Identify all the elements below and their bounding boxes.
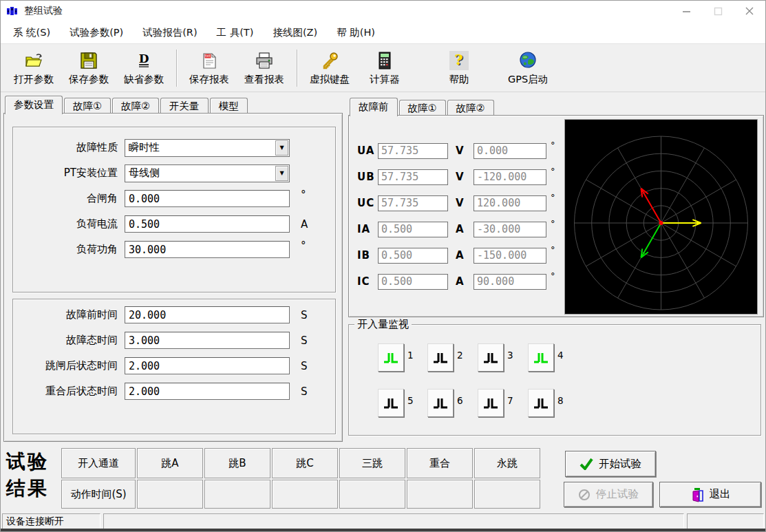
- help-button[interactable]: ? ? 帮助: [432, 47, 487, 89]
- post-trip-time-input[interactable]: [125, 357, 290, 374]
- menu-test-params[interactable]: 试验参数(P): [63, 23, 130, 43]
- tab-prefault[interactable]: 故障前: [350, 98, 398, 116]
- ic-unit: A: [456, 275, 465, 288]
- printer-icon: [255, 51, 274, 70]
- load-power-angle-input[interactable]: [125, 241, 290, 258]
- default-params-button[interactable]: D 缺省参数: [116, 47, 171, 89]
- gps-start-button[interactable]: GPS启动: [500, 47, 555, 89]
- di-switch-3[interactable]: 3: [478, 343, 513, 372]
- tab-fault-1[interactable]: 故障①: [64, 98, 111, 114]
- status-message: [103, 513, 684, 530]
- results-header-channel: 开入通道: [61, 448, 136, 478]
- tab-fault-2[interactable]: 故障②: [112, 98, 159, 114]
- results-header-three-trip: 三跳: [339, 448, 405, 478]
- di-switch-8[interactable]: 8: [528, 389, 564, 417]
- load-power-angle-label: 负荷功角: [16, 243, 118, 256]
- ic-angle-input[interactable]: [474, 274, 546, 290]
- results-header-trip-a: 跳A: [137, 448, 203, 478]
- chevron-down-icon[interactable]: ▼: [275, 166, 288, 181]
- ic-magnitude-input[interactable]: [378, 274, 448, 290]
- tab-prefault-fault-2[interactable]: 故障②: [447, 100, 494, 116]
- close-angle-input[interactable]: [125, 190, 290, 207]
- ia-label: IA: [357, 223, 378, 235]
- save-report-button[interactable]: txt 保存报表: [182, 47, 237, 89]
- results-header-reclose: 重合: [407, 448, 473, 478]
- ib-angle-input[interactable]: [474, 248, 546, 264]
- di-switch-4[interactable]: 4: [528, 343, 564, 372]
- monitor-title: 开入量监视: [354, 318, 412, 331]
- uc-label: UC: [357, 197, 378, 209]
- di-switch-7[interactable]: 7: [478, 389, 513, 417]
- menu-tools[interactable]: 工 具(T): [210, 23, 261, 43]
- window-title: 整组试验: [24, 5, 63, 17]
- uc-magnitude-input[interactable]: [378, 195, 448, 211]
- right-tabs: 故障前 故障① 故障②: [350, 97, 496, 116]
- results-value-trip-c: [272, 480, 338, 509]
- stop-test-button[interactable]: 停止试验: [564, 482, 653, 507]
- minimize-button[interactable]: [670, 1, 702, 21]
- tab-prefault-fault-1[interactable]: 故障①: [399, 100, 446, 116]
- ub-angle-input[interactable]: [474, 169, 546, 185]
- close-button[interactable]: [734, 1, 765, 21]
- close-angle-unit: °: [301, 189, 313, 201]
- di-switch-6[interactable]: 6: [427, 389, 463, 417]
- ua-label: UA: [357, 145, 378, 157]
- contact-icon: [528, 343, 554, 372]
- open-folder-icon: [24, 51, 43, 70]
- menu-help[interactable]: 帮 助(H): [330, 23, 382, 43]
- pt-position-select[interactable]: 母线侧 ▼: [125, 164, 290, 182]
- svg-text:D: D: [139, 52, 149, 65]
- post-reclose-time-label: 重合后状态时间: [16, 385, 118, 398]
- menu-system[interactable]: 系 统(S): [6, 23, 57, 43]
- status-connection: 设备连接断开: [2, 513, 100, 530]
- maximize-button[interactable]: [702, 1, 734, 21]
- calculator-button[interactable]: 计算器: [357, 47, 412, 89]
- check-icon: [579, 458, 593, 470]
- pt-position-label: PT安装位置: [16, 167, 118, 180]
- ua-angle-unit: °: [551, 140, 555, 150]
- exit-button[interactable]: 退出: [659, 482, 761, 507]
- tab-param-settings[interactable]: 参数设置: [5, 96, 63, 114]
- contact-icon: [427, 389, 454, 417]
- post-reclose-time-unit: S: [301, 385, 313, 398]
- contact-icon: [528, 389, 554, 417]
- di-switch-2[interactable]: 2: [427, 343, 463, 372]
- open-params-button[interactable]: 打开参数: [6, 47, 61, 89]
- ib-angle-unit: °: [551, 244, 555, 255]
- ib-magnitude-input[interactable]: [378, 248, 448, 264]
- save-params-button[interactable]: 保存参数: [61, 47, 116, 89]
- app-icon: [6, 5, 19, 17]
- menu-wiring-diagram[interactable]: 接线图(Z): [266, 23, 324, 43]
- start-test-button[interactable]: 开始试验: [565, 451, 656, 477]
- tab-switch-qty[interactable]: 开关量: [160, 98, 209, 114]
- prefault-time-label: 故障前时间: [16, 308, 118, 321]
- results-row-label: 动作时间(S): [61, 480, 136, 509]
- post-trip-time-label: 跳闸后状态时间: [16, 359, 118, 372]
- key-icon: [320, 51, 339, 70]
- ua-magnitude-input[interactable]: [378, 143, 448, 159]
- virtual-keyboard-button[interactable]: 虚拟键盘: [302, 47, 357, 89]
- load-current-label: 负荷电流: [16, 217, 118, 231]
- svg-text:txt: txt: [205, 54, 211, 58]
- di-switch-1[interactable]: 1: [378, 343, 414, 372]
- load-current-input[interactable]: [125, 215, 290, 233]
- ib-label: IB: [357, 249, 378, 262]
- ub-magnitude-input[interactable]: [378, 169, 448, 185]
- ia-angle-input[interactable]: [474, 222, 546, 237]
- post-reclose-time-input[interactable]: [125, 383, 290, 400]
- ua-angle-input[interactable]: [474, 143, 546, 159]
- di-switch-5[interactable]: 5: [378, 389, 414, 417]
- chevron-down-icon[interactable]: ▼: [275, 140, 288, 156]
- statusbar: 设备连接断开: [2, 513, 764, 530]
- view-report-button[interactable]: 查看报表: [237, 47, 292, 89]
- ia-magnitude-input[interactable]: [378, 222, 448, 237]
- prefault-time-input[interactable]: [125, 306, 290, 323]
- fault-state-time-input[interactable]: [125, 332, 290, 349]
- fault-nature-select[interactable]: 瞬时性 ▼: [125, 139, 290, 157]
- uc-unit: V: [456, 197, 465, 209]
- digital-input-monitor: 开入量监视 1 2 3 4 5 6 7 8: [348, 324, 761, 436]
- menu-test-report[interactable]: 试验报告(R): [136, 23, 204, 43]
- close-angle-label: 合闸角: [16, 192, 118, 205]
- uc-angle-input[interactable]: [474, 195, 546, 211]
- tab-model[interactable]: 模型: [210, 98, 248, 114]
